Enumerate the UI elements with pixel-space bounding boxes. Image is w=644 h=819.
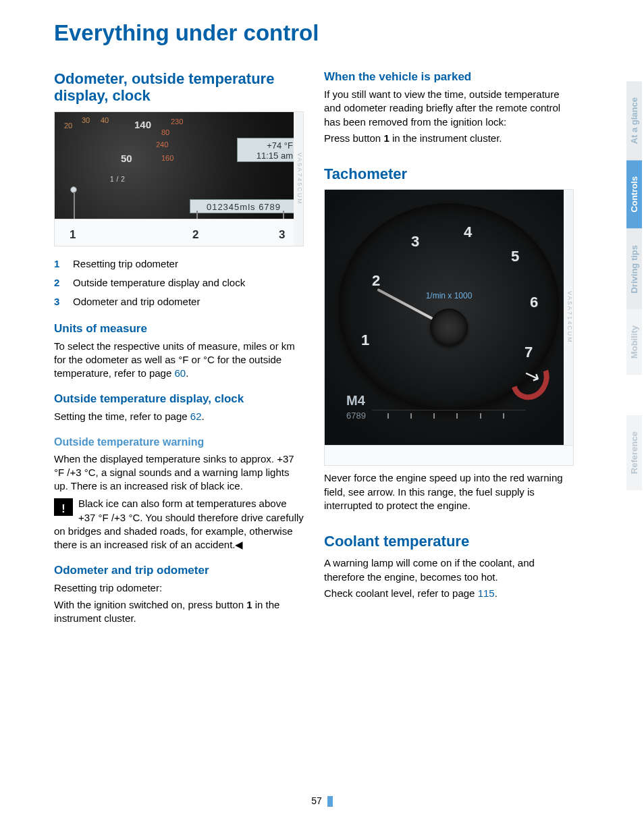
text: . (186, 367, 188, 379)
body-text: With the ignition switched on, press but… (54, 598, 304, 626)
sub-outside-temp-clock-heading: Outside temperature display, clock (54, 392, 304, 406)
speedo-num: 20 (64, 122, 72, 130)
legend-text: Resetting trip odometer (73, 256, 178, 272)
right-column: When the vehicle is parked If you still … (324, 70, 574, 628)
speedo-num: 40 (101, 116, 109, 124)
legend-text: Outside temperature display and clock (73, 275, 245, 291)
body-text: Press button 1 in the instrument cluster… (324, 132, 574, 145)
sub-units-heading: Units of measure (54, 322, 304, 336)
callout-number: 1 (70, 228, 76, 242)
callout-number: 3 (279, 228, 285, 242)
figure-legend: 1Resetting trip odometer 2Outside temper… (54, 256, 304, 310)
body-text: Setting the time, refer to page 62. (54, 410, 304, 423)
fuel-label: 1/2 (110, 176, 128, 183)
list-item: 1Resetting trip odometer (54, 256, 304, 272)
text: With the ignition switched on, press but… (54, 599, 246, 610)
list-item: 3Odometer and trip odometer (54, 294, 304, 310)
page-number: 57 (311, 795, 322, 806)
page-ref-link[interactable]: 60 (174, 367, 186, 379)
warning-block: ! Black ice can also form at temperature… (54, 497, 304, 552)
tab-mobility[interactable]: Mobility (626, 309, 642, 375)
rpm-num: 160 (161, 154, 173, 162)
sub-parked-heading: When the vehicle is parked (324, 70, 574, 84)
page-footer: 57 (0, 795, 644, 807)
legend-number: 1 (54, 256, 63, 272)
rpm-num: 240 (156, 140, 168, 149)
section-coolant-heading: Coolant temperature (324, 533, 574, 550)
tach-number: 1 (361, 332, 369, 349)
callout-line (74, 192, 75, 219)
tach-number: 2 (372, 272, 380, 290)
legend-number: 2 (54, 275, 63, 291)
page-ref-link[interactable]: 62 (190, 411, 202, 422)
body-text: If you still want to view the time, outs… (324, 88, 574, 129)
speedo-num: 30 (82, 116, 90, 124)
warning-text: Black ice can also form at temperatures … (54, 498, 304, 550)
figure-label-strip: 1 2 3 (55, 219, 303, 246)
legend-number: 3 (54, 294, 63, 310)
speedo-big: 50 (121, 153, 132, 164)
text: . (201, 411, 204, 422)
page-title: Everything under control (54, 20, 641, 46)
figure-code: VA5A714CUM (564, 190, 573, 445)
page-ref-link[interactable]: 115 (478, 587, 495, 599)
figure-label-strip (325, 445, 573, 465)
section-tachometer-heading: Tachometer (324, 165, 574, 182)
lcd-temp-clock: +74 °F 11:15 am (237, 138, 298, 162)
lower-scale (372, 410, 526, 434)
lcd-clock: 11:15 am (242, 151, 293, 161)
rpm-num: 80 (161, 128, 169, 136)
text: Setting the time, refer to page (54, 411, 190, 422)
tach-number: 6 (530, 294, 538, 311)
body-text: A warning lamp will come on if the coola… (324, 556, 574, 584)
tab-controls[interactable]: Controls (626, 160, 642, 228)
button-ref: 1 (246, 599, 252, 610)
sub-outside-temp-warning-heading: Outside temperature warning (54, 436, 304, 448)
side-tabs: At a glance Controls Driving tips Mobili… (626, 81, 644, 490)
warning-icon: ! (54, 498, 73, 516)
sub-odo-trip-heading: Odometer and trip odometer (54, 564, 304, 577)
left-column: Odometer, outside temperature display, c… (54, 70, 304, 628)
text: in the instrument cluster. (390, 132, 502, 144)
gear-indicator: M4 (346, 393, 365, 408)
tach-unit-label: 1/min x 1000 (338, 291, 560, 300)
page-marker-icon (327, 796, 333, 807)
body-text: Never force the engine speed up into the… (324, 471, 574, 512)
legend-text: Odometer and trip odometer (73, 294, 200, 310)
section-odometer-heading: Odometer, outside temperature display, c… (54, 70, 304, 105)
tach-number: 4 (464, 223, 472, 241)
text: Check coolant level, refer to page (324, 587, 478, 599)
body-text: Check coolant level, refer to page 115. (324, 587, 574, 600)
figure-tachometer: 1/min x 1000 1 2 3 4 5 6 7 ↘ M4 6789 (324, 189, 574, 466)
tach-number: 5 (511, 248, 519, 265)
tab-reference[interactable]: Reference (626, 415, 642, 490)
speedo-big: 140 (134, 119, 151, 130)
tab-driving-tips[interactable]: Driving tips (626, 229, 642, 310)
list-item: 2Outside temperature display and clock (54, 275, 304, 291)
body-text: To select the respective units of measur… (54, 340, 304, 381)
rpm-num: 230 (171, 117, 183, 126)
text: Press button (324, 132, 383, 144)
trip-readout: 6789 (346, 411, 366, 421)
tab-at-a-glance[interactable]: At a glance (626, 81, 642, 160)
svg-text:!: ! (61, 503, 65, 514)
lcd-odometer: 012345mls 6789 (190, 199, 298, 213)
text: . (495, 587, 498, 599)
tach-hub (430, 309, 468, 346)
lcd-temp: +74 °F (242, 140, 293, 151)
figure-code: VA5A745CUM (294, 112, 303, 246)
body-text: Resetting trip odometer: (54, 581, 304, 595)
body-text: When the displayed temperature sinks to … (54, 452, 304, 494)
callout-number: 2 (192, 228, 198, 242)
button-ref: 1 (383, 132, 389, 144)
tach-number: 3 (411, 233, 419, 250)
figure-odometer-cluster: 20 30 40 140 50 230 80 240 160 1/2 +74 °… (54, 111, 304, 246)
